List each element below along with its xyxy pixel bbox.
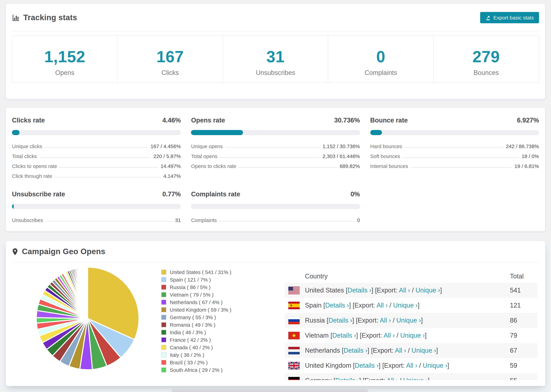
legend-item[interactable]: South Africa ( 29 / 2% ) (161, 366, 231, 373)
country-name: Russia (305, 317, 327, 324)
details-link[interactable]: Details › (325, 302, 349, 309)
total-column-header: Total (510, 273, 537, 280)
details-link[interactable]: Details › (335, 377, 359, 380)
legend-item[interactable]: Germany ( 55 / 3% ) (161, 313, 231, 321)
export-unique-link[interactable]: Unique › (400, 332, 425, 339)
rate-row: Hard bounces242 / 86.738% (370, 141, 539, 151)
country-name: United Kingdom (305, 362, 353, 369)
rate-value: 0.77% (162, 190, 181, 198)
rate-progress-track (12, 130, 181, 135)
legend-item[interactable]: India ( 46 / 3% ) (161, 328, 231, 336)
campaign-geo-opens-card: Campaign Geo Opens United States ( 541 /… (6, 240, 545, 386)
country-name: Vietnam (305, 332, 330, 339)
legend-swatch-icon (161, 315, 166, 320)
legend-swatch-icon (161, 277, 166, 282)
location-pin-icon (12, 248, 18, 255)
pie-slice (87, 267, 88, 318)
export-unique-link[interactable]: Unique › (423, 362, 447, 369)
dotted-leader (55, 177, 161, 177)
bracket: ] (421, 317, 423, 324)
export-unique-link[interactable]: Unique › (403, 377, 428, 380)
rate-row: Total clicks220 / 5.87% (12, 151, 181, 161)
rate-progress-fill (370, 130, 382, 135)
legend-item[interactable]: Brazil ( 33 / 2% ) (161, 358, 231, 366)
legend-label: Vietnam ( 79 / 5% ) (170, 292, 213, 297)
export-unique-link[interactable]: Unique › (393, 302, 418, 309)
dotted-leader (219, 221, 354, 222)
legend-item[interactable]: Netherlands ( 67 / 4% ) (161, 298, 231, 306)
export-all-link[interactable]: All › (395, 347, 406, 354)
details-link[interactable]: Details › (344, 347, 367, 354)
total-cell: 59 (510, 362, 537, 369)
details-link[interactable]: Details › (328, 317, 352, 324)
horizontal-scrollbar[interactable] (171, 389, 368, 392)
rate-block: Opens rate30.736%Unique opens1,152 / 30.… (191, 117, 360, 181)
legend-item[interactable]: Russia ( 86 / 5% ) (161, 283, 231, 291)
rate-progress-fill (12, 204, 14, 209)
slash: / (398, 377, 403, 380)
export-all-link[interactable]: All › (384, 332, 395, 339)
country-name: United States (305, 287, 346, 294)
details-link[interactable]: Details › (347, 287, 371, 294)
country-name: Netherlands (305, 347, 342, 354)
rate-progress-fill (191, 130, 243, 135)
rate-head: Opens rate30.736% (191, 117, 360, 125)
total-cell: 541 (510, 287, 537, 294)
export-unique-link[interactable]: Unique › (396, 317, 421, 324)
table-row: Netherlands [Details ›] [Export: All › /… (285, 343, 537, 358)
legend-label: Germany ( 55 / 3% ) (170, 314, 216, 320)
summary-stat-cell: 167Clicks (118, 35, 223, 83)
legend-item[interactable]: United Kingdom ( 59 / 3% ) (161, 306, 231, 313)
summary-stat-cell: 1,152Opens (12, 35, 118, 83)
details-link[interactable]: Details › (332, 332, 356, 339)
rate-title: Opens rate (191, 117, 225, 124)
legend-label: Spain ( 121 / 7% ) (170, 277, 211, 282)
tracking-stats-title: Tracking stats (23, 13, 77, 22)
table-row: United Kingdom [Details ›] [Export: All … (285, 358, 537, 373)
export-basic-stats-button[interactable]: Export basic stats (480, 12, 539, 23)
export-all-link[interactable]: All › (387, 377, 398, 380)
legend-item[interactable]: Spain ( 121 / 7% ) (161, 276, 231, 283)
rate-row: Total opens2,303 / 61.446% (191, 151, 360, 161)
rate-row-value: 2,303 / 61.446% (323, 153, 360, 159)
summary-stat-cell: 31Unsubscribes (223, 35, 328, 83)
export-all-link[interactable]: All › (380, 317, 391, 324)
rate-row: Soft bounces18 / 0% (370, 151, 539, 161)
legend-item[interactable]: Canada ( 40 / 2% ) (161, 343, 231, 351)
bracket: [ (353, 362, 355, 369)
legend-item[interactable]: Italy ( 36 / 2% ) (161, 351, 231, 358)
export-all-link[interactable]: All › (376, 302, 388, 309)
legend-swatch-icon (161, 329, 166, 335)
rate-row-label: Unique opens (191, 143, 223, 149)
legend-swatch-icon (161, 300, 166, 305)
bracket: ] [Export: (372, 287, 399, 294)
legend-label: Italy ( 36 / 2% ) (170, 352, 204, 358)
rate-head: Clicks rate4.46% (12, 117, 181, 125)
export-unique-link[interactable]: Unique › (411, 347, 436, 354)
legend-item[interactable]: Romania ( 49 / 3% ) (161, 321, 231, 328)
rate-rows: Unique clicks167 / 4.456%Total clicks220… (12, 141, 181, 181)
legend-swatch-icon (161, 367, 166, 372)
table-row: Spain [Details ›] [Export: All › / Uniqu… (285, 298, 537, 313)
slash: / (410, 287, 416, 294)
bracket: [ (323, 302, 325, 309)
export-icon (485, 15, 491, 20)
stat-value: 0 (328, 47, 433, 66)
bracket: ] [Export: (349, 302, 377, 309)
summary-stats-row: 1,152Opens167Clicks31Unsubscribes0Compla… (12, 35, 539, 83)
legend-item[interactable]: Vietnam ( 79 / 5% ) (161, 291, 231, 298)
legend-swatch-icon (161, 360, 166, 365)
export-all-link[interactable]: All › (399, 287, 410, 294)
rate-row-label: Total clicks (12, 153, 37, 159)
legend-label: Canada ( 40 / 2% ) (170, 344, 213, 350)
export-unique-link[interactable]: Unique › (416, 287, 440, 294)
bar-chart-icon (12, 14, 20, 21)
export-all-link[interactable]: All › (406, 362, 417, 369)
legend-item[interactable]: United States ( 541 / 31% ) (161, 268, 231, 276)
legend-label: United Kingdom ( 59 / 3% ) (170, 307, 231, 313)
tracking-stats-header: Tracking stats Export basic stats (12, 4, 539, 32)
rate-progress-track (370, 130, 539, 135)
legend-item[interactable]: France ( 42 / 2% ) (161, 336, 231, 343)
details-link[interactable]: Details › (355, 362, 379, 369)
legend-swatch-icon (161, 284, 166, 290)
